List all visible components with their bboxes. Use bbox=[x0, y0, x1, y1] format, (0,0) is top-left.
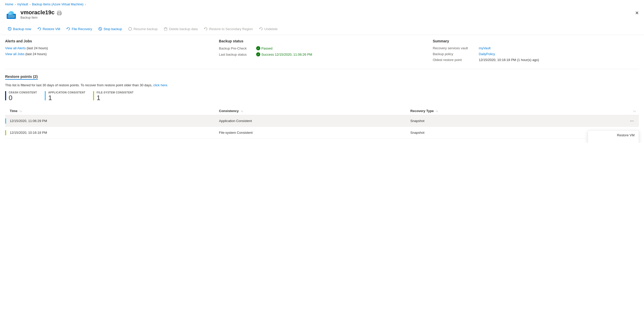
row1-time: 12/15/2020, 11:06:29 PM bbox=[7, 115, 216, 127]
row1-ellipsis-button[interactable]: ··· bbox=[628, 118, 636, 124]
context-menu: Restore VM File Recovery bbox=[588, 130, 639, 143]
close-button[interactable]: ✕ bbox=[635, 10, 639, 16]
last-backup-text: Success 12/15/2020, 11:06:26 PM bbox=[261, 53, 312, 56]
view-jobs-item: View all Jobs (last 24 hours) bbox=[5, 52, 211, 56]
pre-check-label: Backup Pre-Check bbox=[219, 46, 255, 50]
breadcrumb-sep-2: › bbox=[30, 3, 30, 6]
table-row[interactable]: 12/15/2020, 10:16:18 PM File-system Cons… bbox=[5, 127, 639, 139]
oldest-row: Oldest restore point 12/15/2020, 10:16:1… bbox=[433, 58, 639, 62]
undelete-button[interactable]: Undelete bbox=[256, 26, 280, 32]
application-bar: APPLICATION CONSISTENT 1 bbox=[45, 91, 85, 102]
svg-point-11 bbox=[129, 27, 132, 30]
page-title: vmoracle19c bbox=[20, 9, 54, 16]
last-backup-value: ✓ Success 12/15/2020, 11:06:26 PM bbox=[256, 52, 312, 56]
stop-backup-button[interactable]: Stop backup bbox=[96, 26, 125, 32]
pre-check-row: Backup Pre-Check ✓ Passed bbox=[219, 46, 425, 50]
toolbar: Backup now Restore VM File Recovery Stop… bbox=[0, 24, 644, 35]
vault-row: Recovery services vault myVault bbox=[433, 46, 639, 50]
table-row[interactable]: 12/15/2020, 11:06:29 PM Application Cons… bbox=[5, 115, 639, 127]
filesystem-bar: FILE-SYSTEM CONSISTENT 1 bbox=[93, 91, 133, 102]
vault-value: myVault bbox=[479, 46, 491, 50]
counters: CRASH CONSISTENT 0 APPLICATION CONSISTEN… bbox=[5, 91, 639, 102]
policy-value: DailyPolicy bbox=[479, 52, 495, 56]
policy-row: Backup policy DailyPolicy bbox=[433, 52, 639, 56]
pre-check-icon: ✓ bbox=[256, 46, 260, 50]
row1-recovery-type: Snapshot bbox=[407, 115, 571, 127]
last-backup-icon: ✓ bbox=[256, 52, 260, 56]
recovery-type-sort-icon[interactable]: ↑↓ bbox=[436, 110, 438, 113]
context-file-recovery[interactable]: File Recovery bbox=[588, 140, 639, 143]
restore-vm-button[interactable]: Restore VM bbox=[35, 26, 63, 32]
context-restore-vm[interactable]: Restore VM bbox=[588, 131, 639, 140]
view-alerts-item: View all Alerts (last 24 hours) bbox=[5, 46, 211, 50]
policy-link[interactable]: DailyPolicy bbox=[479, 52, 495, 56]
consistency-sort-icon[interactable]: ↑↓ bbox=[241, 110, 243, 113]
row1-consistency: Application Consistent bbox=[216, 115, 408, 127]
file-recovery-icon bbox=[66, 27, 70, 31]
header: vmoracle19c Backup Item ✕ bbox=[0, 8, 644, 24]
summary-section: Summary Recovery services vault myVault … bbox=[433, 39, 639, 64]
resume-backup-icon bbox=[128, 27, 132, 31]
breadcrumb: Home › myVault › Backup Items (Azure Vir… bbox=[0, 0, 644, 8]
policy-label: Backup policy bbox=[433, 52, 479, 56]
backup-now-button[interactable]: Backup now bbox=[5, 26, 34, 32]
backup-now-icon bbox=[8, 27, 12, 31]
delete-backup-data-icon bbox=[164, 27, 168, 31]
summary-title: Summary bbox=[433, 39, 639, 43]
crash-bar: CRASH CONSISTENT 0 bbox=[5, 91, 37, 102]
delete-backup-data-button[interactable]: Delete backup data bbox=[161, 26, 200, 32]
restore-secondary-icon bbox=[204, 27, 208, 31]
filter-text: This list is filtered for last 30 days o… bbox=[5, 83, 639, 87]
application-consistent-counter: APPLICATION CONSISTENT 1 bbox=[45, 91, 85, 102]
svg-point-7 bbox=[60, 13, 61, 14]
restore-points-title: Restore points (2) bbox=[5, 74, 38, 80]
row2-color-indicator bbox=[5, 130, 6, 135]
filesystem-label: FILE-SYSTEM CONSISTENT bbox=[97, 91, 133, 94]
last-backup-row: Last backup status ✓ Success 12/15/2020,… bbox=[219, 52, 425, 56]
col-recovery-type-header: Recovery Type ↑↓ bbox=[407, 107, 571, 115]
row2-consistency: File-system Consistent bbox=[216, 127, 408, 139]
row1-color-indicator bbox=[5, 118, 6, 124]
crash-content: CRASH CONSISTENT 0 bbox=[9, 91, 37, 102]
vm-icon bbox=[5, 9, 17, 21]
breadcrumb-home[interactable]: Home bbox=[5, 3, 13, 6]
view-jobs-link[interactable]: View all Jobs bbox=[5, 52, 25, 56]
resume-backup-button[interactable]: Resume backup bbox=[126, 26, 160, 32]
col-actions-header: ↑↓ bbox=[571, 107, 639, 115]
main-content: Alerts and Jobs View all Alerts (last 24… bbox=[0, 35, 644, 143]
col-time-header: Time ↑↓ bbox=[7, 107, 216, 115]
alerts-jobs-section: Alerts and Jobs View all Alerts (last 24… bbox=[5, 39, 219, 64]
print-icon[interactable] bbox=[57, 11, 62, 16]
svg-line-10 bbox=[99, 28, 101, 30]
undelete-icon bbox=[259, 27, 263, 31]
filter-click-here[interactable]: click here. bbox=[153, 83, 168, 87]
breadcrumb-vault[interactable]: myVault bbox=[17, 3, 28, 6]
oldest-value: 12/15/2020, 10:16:18 PM (1 hour(s) ago) bbox=[479, 58, 539, 62]
oldest-label: Oldest restore point bbox=[433, 58, 479, 62]
breadcrumb-sep-1: › bbox=[15, 3, 16, 6]
row1-actions-cell: ··· Restore VM File Recovery bbox=[571, 115, 639, 127]
view-alerts-link[interactable]: View all Alerts bbox=[5, 46, 26, 50]
restore-secondary-button[interactable]: Restore to Secondary Region bbox=[201, 26, 255, 32]
crash-label: CRASH CONSISTENT bbox=[9, 91, 37, 94]
filesystem-indicator bbox=[93, 91, 94, 100]
col-consistency-header: Consistency ↑↓ bbox=[216, 107, 408, 115]
backup-status-title: Backup status bbox=[219, 39, 425, 43]
svg-rect-1 bbox=[8, 15, 15, 18]
alerts-suffix-text: (last 24 hours) bbox=[27, 46, 48, 50]
row2-time: 12/15/2020, 10:16:18 PM bbox=[7, 127, 216, 139]
restore-points-table-container: Time ↑↓ Consistency ↑↓ Recovery Type ↑↓ bbox=[5, 107, 639, 139]
time-sort-icon[interactable]: ↑↓ bbox=[19, 110, 22, 113]
actions-sort-icon[interactable]: ↑↓ bbox=[633, 110, 636, 113]
pre-check-value: ✓ Passed bbox=[256, 46, 272, 50]
azure-vm-svg bbox=[6, 10, 16, 20]
vault-link[interactable]: myVault bbox=[479, 46, 491, 50]
application-value: 1 bbox=[48, 94, 85, 102]
crash-consistent-counter: CRASH CONSISTENT 0 bbox=[5, 91, 37, 102]
filesystem-consistent-counter: FILE-SYSTEM CONSISTENT 1 bbox=[93, 91, 133, 102]
vault-label: Recovery services vault bbox=[433, 46, 479, 50]
svg-rect-12 bbox=[164, 28, 167, 30]
breadcrumb-backup-items[interactable]: Backup Items (Azure Virtual Machine) bbox=[32, 3, 83, 6]
restore-points-table: Time ↑↓ Consistency ↑↓ Recovery Type ↑↓ bbox=[5, 107, 639, 139]
file-recovery-button[interactable]: File Recovery bbox=[64, 26, 94, 32]
